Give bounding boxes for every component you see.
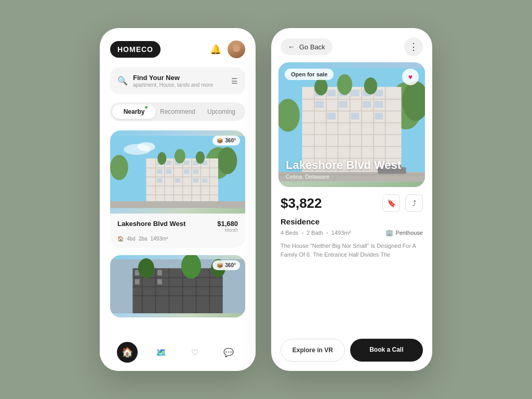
- svg-rect-30: [193, 178, 198, 183]
- header-actions: 🔔: [210, 41, 245, 58]
- property-description: The House "Neither Big Nor Small" Is Des…: [281, 242, 423, 259]
- svg-rect-26: [184, 169, 189, 174]
- svg-rect-14: [182, 158, 183, 208]
- svg-rect-50: [135, 279, 140, 284]
- baths-spec: 2 Bath: [307, 230, 323, 236]
- back-label: Go Back: [299, 43, 325, 51]
- card-top-1: Lakeshore Blvd West $1,680 Month: [117, 220, 238, 233]
- svg-rect-24: [157, 169, 162, 174]
- svg-rect-46: [209, 268, 210, 313]
- left-phone: HOMECO 🔔 🔍 Find Your New apartment, Hous…: [100, 28, 256, 371]
- avatar[interactable]: [228, 41, 245, 58]
- svg-rect-60: [302, 99, 401, 100]
- card-title-1: Lakeshore Blvd West: [117, 220, 185, 228]
- book-call-button[interactable]: Book a Call: [350, 339, 423, 362]
- property-card-2[interactable]: 📦 360°: [110, 255, 245, 317]
- bed-icon: 🏠: [117, 236, 124, 242]
- property-specs: 4 Beds • 2 Bath • 1493m² 🏢 Penthouse: [281, 229, 423, 236]
- svg-rect-62: [302, 122, 401, 123]
- svg-rect-42: [155, 268, 156, 313]
- card-price-1: $1,680: [217, 220, 238, 228]
- hero-text: Lakeshore Blvd West Celina, Delaware: [286, 159, 401, 180]
- search-left: 🔍 Find Your New apartment, House, lands …: [117, 74, 213, 88]
- svg-rect-28: [157, 178, 162, 183]
- share-button[interactable]: ⤴: [405, 194, 423, 212]
- svg-rect-35: [110, 201, 245, 208]
- svg-rect-21: [184, 161, 189, 165]
- more-button[interactable]: ⋮: [404, 37, 423, 56]
- svg-point-2: [137, 142, 155, 151]
- tab-nearby[interactable]: Nearby: [112, 104, 156, 119]
- back-arrow-icon: ←: [288, 43, 295, 51]
- penthouse-label: Penthouse: [395, 230, 423, 236]
- back-button[interactable]: ← Go Back: [281, 38, 332, 55]
- right-phone: ← Go Back ⋮: [271, 28, 432, 371]
- svg-rect-15: [191, 158, 192, 208]
- property-card-1[interactable]: 📦 360° Lakeshore Blvd West $1,680 Month …: [110, 130, 245, 248]
- detail-bottom: Explore in VR Book a Call: [271, 332, 432, 371]
- svg-rect-11: [155, 158, 156, 208]
- tab-dot: [145, 106, 148, 109]
- card-image-1: 📦 360°: [110, 130, 245, 214]
- search-bar[interactable]: 🔍 Find Your New apartment, House, lands …: [110, 68, 245, 94]
- specs-right: 🏢 Penthouse: [385, 229, 423, 236]
- svg-point-87: [314, 78, 327, 96]
- svg-point-34: [196, 151, 205, 164]
- svg-point-32: [157, 152, 166, 165]
- explore-vr-button[interactable]: Explore in VR: [281, 339, 345, 362]
- svg-rect-31: [202, 178, 207, 183]
- svg-rect-84: [327, 113, 336, 119]
- card-price-container: $1,680 Month: [217, 220, 238, 233]
- svg-rect-51: [157, 279, 162, 284]
- tab-upcoming[interactable]: Upcoming: [200, 104, 243, 119]
- tab-recommend[interactable]: Recommend: [156, 104, 200, 119]
- svg-point-88: [337, 74, 352, 95]
- sale-badge: Open for sale: [285, 69, 334, 80]
- svg-point-89: [364, 77, 377, 95]
- svg-point-5: [110, 155, 128, 180]
- svg-rect-85: [351, 113, 359, 119]
- card-details-1: 🏠 4bd 2ba 1493m²: [117, 236, 238, 242]
- svg-rect-12: [164, 158, 165, 208]
- svg-rect-16: [200, 158, 201, 208]
- detail-topbar: ← Go Back ⋮: [271, 28, 432, 62]
- svg-rect-75: [327, 90, 336, 97]
- nav-home[interactable]: 🏠: [117, 342, 138, 363]
- svg-rect-13: [173, 158, 174, 208]
- nav-heart[interactable]: ♡: [184, 342, 205, 363]
- badge-360-2: 📦 360°: [212, 260, 240, 270]
- svg-rect-86: [375, 113, 383, 119]
- property-type: Residence: [281, 217, 423, 226]
- svg-rect-63: [302, 134, 401, 135]
- svg-rect-43: [169, 268, 170, 313]
- detail-price: $3,822: [281, 195, 322, 211]
- svg-point-33: [175, 149, 185, 164]
- nav-chat[interactable]: 💬: [218, 342, 239, 363]
- svg-rect-83: [375, 101, 383, 108]
- dot-sep-1: •: [301, 230, 303, 236]
- favorite-button[interactable]: ♥: [402, 69, 419, 85]
- svg-rect-27: [193, 169, 198, 174]
- svg-rect-77: [351, 90, 359, 97]
- app-logo: HOMECO: [110, 41, 161, 58]
- bottom-nav: 🏠 🗺️ ♡ 💬: [100, 336, 256, 371]
- nav-map[interactable]: 🗺️: [151, 342, 171, 363]
- area-spec: 1493m²: [331, 230, 351, 236]
- hero-location: Celina, Delaware: [286, 174, 401, 180]
- svg-rect-49: [157, 270, 162, 275]
- filter-icon[interactable]: ☰: [231, 77, 238, 85]
- notification-icon[interactable]: 🔔: [210, 44, 221, 55]
- svg-rect-19: [166, 161, 171, 165]
- search-icon: 🔍: [117, 76, 128, 86]
- bookmark-button[interactable]: 🔖: [382, 194, 400, 212]
- tab-bar: Nearby Recommend Upcoming: [110, 102, 245, 121]
- svg-rect-44: [182, 268, 183, 313]
- search-subtitle: apartment, House, lands and more: [133, 82, 213, 88]
- svg-point-52: [138, 258, 154, 278]
- svg-rect-80: [315, 101, 324, 108]
- svg-rect-17: [209, 158, 210, 208]
- svg-rect-82: [363, 101, 371, 108]
- svg-rect-64: [302, 146, 401, 147]
- svg-point-4: [217, 147, 237, 174]
- svg-rect-81: [339, 101, 347, 108]
